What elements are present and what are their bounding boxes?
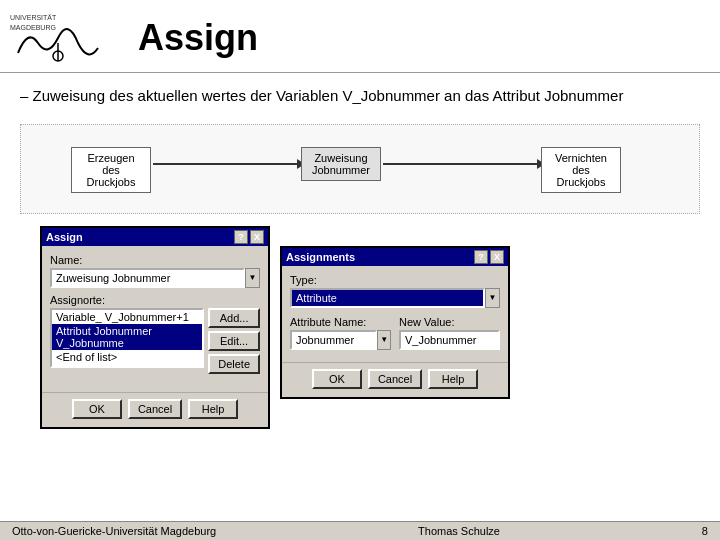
diagram-box-zuweisung: ZuweisungJobnummer bbox=[301, 147, 381, 181]
assign-close-btn[interactable]: X bbox=[250, 230, 264, 244]
diagram-arrow-2 bbox=[383, 163, 539, 165]
assignorte-list-area: Variable_ V_Jobnummer+1 Attribut Jobnumm… bbox=[50, 308, 260, 374]
svg-text:UNIVERSITÄT: UNIVERSITÄT bbox=[10, 14, 57, 21]
assignments-close-btn[interactable]: X bbox=[490, 250, 504, 264]
assignments-dialog-controls: ? X bbox=[474, 250, 504, 264]
assign-cancel-button[interactable]: Cancel bbox=[128, 399, 182, 419]
attr-name-label: Attribute Name: bbox=[290, 316, 391, 328]
attr-name-input[interactable]: Jobnummer bbox=[290, 330, 377, 350]
assignorte-list[interactable]: Variable_ V_Jobnummer+1 Attribut Jobnumm… bbox=[50, 308, 204, 368]
attr-name-select-row: Jobnummer ▼ bbox=[290, 330, 391, 350]
list-item-0[interactable]: Variable_ V_Jobnummer+1 bbox=[52, 310, 202, 324]
assignments-cancel-button[interactable]: Cancel bbox=[368, 369, 422, 389]
name-label: Name: bbox=[50, 254, 260, 266]
new-value-col: New Value: V_Jobnummer bbox=[399, 316, 500, 350]
assignments-dialog-title: Assignments bbox=[286, 251, 355, 263]
assign-dialog-controls: ? X bbox=[234, 230, 264, 244]
university-logo: UNIVERSITÄT MAGDEBURG bbox=[8, 8, 118, 63]
attr-newval-row: Attribute Name: Jobnummer ▼ New Value: V… bbox=[290, 316, 500, 350]
type-label: Type: bbox=[290, 274, 500, 286]
delete-button[interactable]: Delete bbox=[208, 354, 260, 374]
attr-name-col: Attribute Name: Jobnummer ▼ bbox=[290, 316, 391, 350]
diagram-arrow-1 bbox=[153, 163, 299, 165]
assign-dialog-body: Name: Zuweisung Jobnummer ▼ Assignorte: … bbox=[42, 246, 268, 388]
edit-button[interactable]: Edit... bbox=[208, 331, 260, 351]
assign-help-button[interactable]: Help bbox=[188, 399, 238, 419]
assign-ok-button[interactable]: OK bbox=[72, 399, 122, 419]
header: UNIVERSITÄT MAGDEBURG Assign bbox=[0, 0, 720, 73]
assignorte-label: Assignorte: bbox=[50, 294, 260, 306]
assign-dialog-footer: OK Cancel Help bbox=[42, 392, 268, 427]
assignments-dialog-body: Type: Attribute ▼ Attribute Name: Jobnum… bbox=[282, 266, 508, 358]
type-select-row: Attribute ▼ bbox=[290, 288, 500, 308]
assignments-dialog-footer: OK Cancel Help bbox=[282, 362, 508, 397]
assign-help-btn[interactable]: ? bbox=[234, 230, 248, 244]
footer: Otto-von-Guericke-Universität Magdeburg … bbox=[0, 521, 720, 540]
list-item-2[interactable]: <End of list> bbox=[52, 350, 202, 364]
diagram-box-erzeugen: Erzeugen des Druckjobs bbox=[71, 147, 151, 193]
main-content: Zuweisung des aktuellen wertes der Varia… bbox=[0, 73, 720, 441]
assign-dialog-titlebar: Assign ? X bbox=[42, 228, 268, 246]
assignments-dialog-titlebar: Assignments ? X bbox=[282, 248, 508, 266]
name-field-row: Name: Zuweisung Jobnummer ▼ bbox=[50, 254, 260, 288]
name-input[interactable]: Zuweisung Jobnummer bbox=[50, 268, 245, 288]
assign-dialog: Assign ? X Name: Zuweisung Jobnummer ▼ A… bbox=[40, 226, 270, 429]
page-title: Assign bbox=[138, 17, 258, 59]
new-value-input[interactable]: V_Jobnummer bbox=[399, 330, 500, 350]
description-text: Zuweisung des aktuellen wertes der Varia… bbox=[20, 85, 700, 108]
workflow-diagram: Erzeugen des Druckjobs ZuweisungJobnumme… bbox=[20, 124, 700, 214]
logo-area: UNIVERSITÄT MAGDEBURG bbox=[8, 8, 128, 68]
type-dropdown-arrow[interactable]: ▼ bbox=[485, 288, 500, 308]
assignments-help-btn[interactable]: ? bbox=[474, 250, 488, 264]
assignments-ok-button[interactable]: OK bbox=[312, 369, 362, 389]
attr-name-arrow[interactable]: ▼ bbox=[377, 330, 391, 350]
footer-page-number: 8 bbox=[702, 525, 708, 537]
new-value-label: New Value: bbox=[399, 316, 500, 328]
list-item-1[interactable]: Attribut Jobnummer V_Jobnumme bbox=[52, 324, 202, 350]
assign-dialog-title: Assign bbox=[46, 231, 83, 243]
name-select-row: Zuweisung Jobnummer ▼ bbox=[50, 268, 260, 288]
name-dropdown-arrow[interactable]: ▼ bbox=[245, 268, 260, 288]
assignorte-btn-group: Add... Edit... Delete bbox=[208, 308, 260, 374]
assignments-help-button[interactable]: Help bbox=[428, 369, 478, 389]
dialogs-area: Assign ? X Name: Zuweisung Jobnummer ▼ A… bbox=[40, 226, 680, 429]
footer-university: Otto-von-Guericke-Universität Magdeburg bbox=[12, 525, 216, 537]
assignorte-field-row: Assignorte: Variable_ V_Jobnummer+1 Attr… bbox=[50, 294, 260, 374]
add-button[interactable]: Add... bbox=[208, 308, 260, 328]
assignments-dialog: Assignments ? X Type: Attribute ▼ Attrib… bbox=[280, 246, 510, 399]
footer-author: Thomas Schulze bbox=[418, 525, 500, 537]
type-input[interactable]: Attribute bbox=[290, 288, 485, 308]
svg-text:MAGDEBURG: MAGDEBURG bbox=[10, 24, 56, 31]
type-field-row: Type: Attribute ▼ bbox=[290, 274, 500, 308]
diagram-box-vernichten: Vernichten desDruckjobs bbox=[541, 147, 621, 193]
